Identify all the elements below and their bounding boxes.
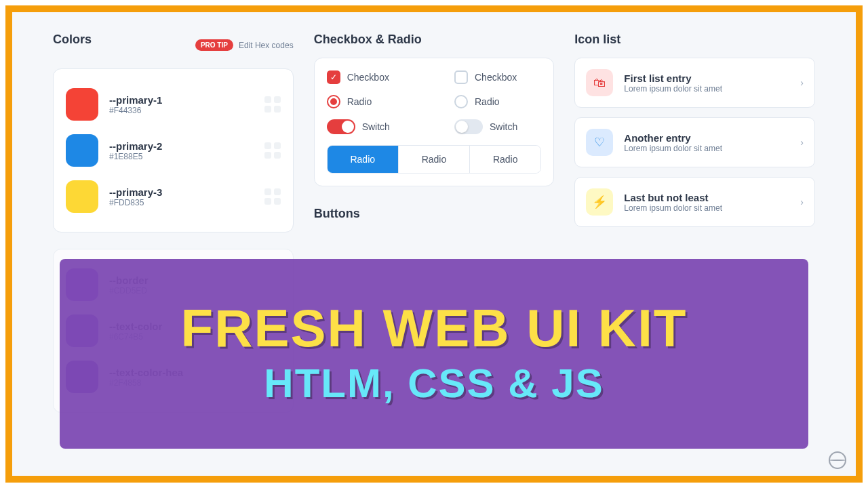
color-info: --primary-1 #F44336: [109, 94, 254, 115]
radio-unchecked[interactable]: Radio: [454, 95, 541, 108]
colors-card: --primary-1 #F44336 --primary-2 #1E88E5: [53, 68, 294, 232]
pro-tip: PRO TIP Edit Hex codes: [195, 39, 294, 51]
iconlist-title: Icon list: [574, 33, 815, 47]
list-title: Last but not least: [624, 192, 789, 203]
radio-icon: [454, 95, 468, 108]
heart-icon: ♡: [586, 129, 613, 156]
checkbox-card: ✓ Checkbox Checkbox Radio Rad: [314, 58, 555, 186]
dribbble-icon: [829, 451, 846, 469]
radio-icon: [327, 95, 340, 108]
switch-icon: [454, 119, 483, 134]
color-name: --primary-1: [109, 94, 254, 106]
list-info: First list entry Lorem ipsum dolor sit a…: [624, 73, 789, 94]
form-row: Switch Switch: [327, 119, 542, 134]
drag-icon[interactable]: [264, 142, 281, 159]
segment-1[interactable]: Radio: [328, 146, 399, 173]
color-swatch: [66, 88, 98, 121]
overlay-title: FRESH WEB UI KIT: [181, 302, 688, 354]
color-name: --primary-3: [109, 186, 254, 198]
checkbox-label: Checkbox: [475, 72, 517, 83]
frame: Colors PRO TIP Edit Hex codes --primary-…: [5, 5, 863, 483]
colors-header: Colors PRO TIP Edit Hex codes: [53, 33, 294, 58]
buttons-title: Buttons: [314, 207, 555, 221]
list-item[interactable]: ⚡ Last but not least Lorem ipsum dolor s…: [574, 177, 815, 227]
list-sub: Lorem ipsum dolor sit amet: [624, 144, 789, 153]
color-row[interactable]: --primary-1 #F44336: [66, 81, 281, 127]
checkbox-label: Checkbox: [347, 72, 389, 83]
color-swatch: [66, 180, 98, 213]
checkbox-checked[interactable]: ✓ Checkbox: [327, 70, 414, 84]
list-item[interactable]: ♡ Another entry Lorem ipsum dolor sit am…: [574, 117, 815, 167]
chevron-right-icon: ›: [800, 137, 804, 148]
list-item[interactable]: 🛍 First list entry Lorem ipsum dolor sit…: [574, 58, 815, 108]
color-hex: #1E88E5: [109, 152, 254, 161]
pro-tip-text: Edit Hex codes: [239, 41, 294, 50]
list-sub: Lorem ipsum dolor sit amet: [624, 203, 789, 213]
segment-3[interactable]: Radio: [470, 146, 540, 173]
switch-on[interactable]: Switch: [327, 119, 414, 134]
color-hex: #F44336: [109, 106, 254, 115]
list-title: Another entry: [624, 132, 789, 144]
overlay-sub: HTLM, CSS & JS: [264, 360, 604, 407]
color-swatch: [66, 134, 98, 167]
bolt-icon: ⚡: [586, 188, 613, 216]
form-row: ✓ Checkbox Checkbox: [327, 70, 542, 84]
switch-label: Switch: [490, 121, 517, 132]
chevron-right-icon: ›: [800, 77, 804, 88]
switch-label: Switch: [362, 121, 390, 132]
form-row: Radio Radio: [327, 95, 542, 108]
switch-icon: [327, 119, 355, 134]
list-title: First list entry: [624, 73, 789, 84]
color-hex: #FDD835: [109, 198, 254, 207]
list-info: Another entry Lorem ipsum dolor sit amet: [624, 132, 789, 153]
segmented-control: Radio Radio Radio: [327, 145, 542, 174]
color-info: --primary-2 #1E88E5: [109, 140, 254, 161]
list-sub: Lorem ipsum dolor sit amet: [624, 84, 789, 94]
switch-off[interactable]: Switch: [454, 119, 541, 134]
list-info: Last but not least Lorem ipsum dolor sit…: [624, 192, 789, 213]
chevron-right-icon: ›: [800, 197, 804, 207]
color-info: --primary-3 #FDD835: [109, 186, 254, 207]
radio-label: Radio: [347, 96, 372, 107]
checkbox-title: Checkbox & Radio: [314, 33, 555, 47]
bag-icon: 🛍: [586, 69, 613, 96]
colors-title: Colors: [53, 33, 92, 47]
radio-checked[interactable]: Radio: [327, 95, 414, 108]
checkbox-unchecked[interactable]: Checkbox: [454, 70, 541, 84]
check-icon: [454, 70, 468, 84]
color-name: --primary-2: [109, 140, 254, 152]
segment-2[interactable]: Radio: [399, 146, 470, 173]
radio-label: Radio: [475, 96, 500, 107]
pro-tip-badge: PRO TIP: [195, 39, 233, 51]
overlay-banner: FRESH WEB UI KIT HTLM, CSS & JS: [60, 259, 808, 449]
color-row[interactable]: --primary-3 #FDD835: [66, 174, 281, 220]
drag-icon[interactable]: [264, 96, 281, 113]
check-icon: ✓: [327, 70, 340, 84]
color-row[interactable]: --primary-2 #1E88E5: [66, 127, 281, 174]
drag-icon[interactable]: [264, 188, 281, 205]
